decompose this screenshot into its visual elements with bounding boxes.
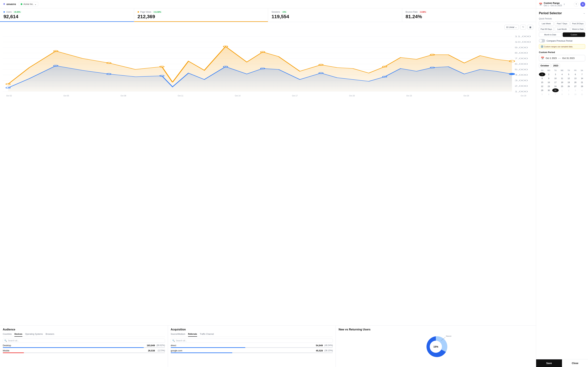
acquisition-search[interactable]: 🔍 Search all... [171,339,333,343]
calendar-day[interactable]: 28 [579,84,585,88]
calendar-day[interactable]: 11 [559,76,565,80]
calendar-day[interactable]: 2 [565,88,572,92]
svg-text:15%: 15% [433,345,438,348]
help-button[interactable]: ? [574,2,579,7]
tab-referrals[interactable]: Referrals [188,333,197,337]
compare-toggle[interactable] [539,39,545,42]
quick-btn-past-28-days[interactable]: Past 28 Days [571,21,585,26]
tab-source-medium[interactable]: Source/Medium [171,333,185,337]
tab-traffic-channel[interactable]: Traffic Channel [200,333,214,337]
calendar: October 2023 SU MO TU WE TH FR SA 123456… [539,63,585,96]
calendar-day[interactable]: 23 [545,84,552,88]
calendar-day[interactable]: 5 [565,73,572,76]
tab-devices[interactable]: Devices [14,333,22,337]
calendar-day[interactable]: 4 [579,88,585,92]
calendar-day[interactable]: 6 [545,92,552,96]
quick-btn-past-90-days[interactable]: Past 90 Days [539,27,554,31]
date-range-input[interactable]: 📅 Oct 1 2023 — Oct 31 2023 [539,55,585,61]
chevron-down-icon: ⌄ [515,26,517,28]
quick-btn-week-to-date[interactable]: Week to Date [571,27,585,31]
calendar-day[interactable]: 9 [545,76,552,80]
metric-badge-sessions: +9% [281,11,287,13]
quick-btn-custom[interactable]: Custom [563,33,585,37]
calendar-day[interactable]: 31 [552,88,559,92]
calendar-day[interactable]: 3 [552,73,559,76]
tab-browsers[interactable]: Browsers [46,333,54,337]
calendar-day[interactable]: 10 [552,76,559,80]
close-button[interactable]: Close [562,359,588,367]
acquisition-title: Acquisition [171,328,333,331]
metric-dot [3,11,5,13]
calendar-day[interactable]: 24 [552,84,559,88]
audience-tabs: Countries Devices Operating Systems Brow… [3,333,165,337]
panel-footer: Save Close [536,359,588,367]
calendar-day[interactable]: 6 [572,73,579,76]
calendar-day-headers: SU MO TU WE TH FR SA [539,69,585,72]
company-dot [21,3,22,5]
save-button[interactable]: Save [536,359,562,367]
calendar-day[interactable]: 18 [559,80,565,84]
calendar-day[interactable]: 13 [572,76,579,80]
calendar-year-selector[interactable]: 2023 [552,63,560,68]
day-header-sa: SA [579,69,585,72]
calendar-day[interactable]: 8 [539,76,545,80]
calendar-month-selector[interactable]: October [539,63,551,68]
calendar-day[interactable]: 17 [552,80,559,84]
panel-header-icons: ? A [574,2,585,7]
calendar-day[interactable]: 22 [539,84,545,88]
calendar-day[interactable]: 11 [579,92,585,96]
x-label: Oct 17 [292,95,298,97]
calendar-header: October 2023 [539,63,585,68]
calendar-day[interactable]: 1 [539,73,545,76]
calendar-day[interactable]: 30 [545,88,552,92]
calendar-day[interactable]: 8 [559,92,565,96]
svg-text:4,000: 4,000 [515,74,528,76]
audience-title: Audience [3,328,165,331]
calendar-day[interactable]: 7 [579,73,585,76]
calendar-day[interactable]: 19 [565,80,572,84]
linear-filter-button[interactable]: ⊟ Linear ⌄ [504,25,519,29]
calendar-day[interactable]: 26 [565,84,572,88]
calendar-day[interactable]: 14 [579,76,585,80]
chart-container: 11,000 10,000 9,000 8,000 7,000 6,000 5,… [3,31,533,97]
calendar-day[interactable]: 20 [572,80,579,84]
chart-toggle-button[interactable]: 〜 [520,25,526,29]
quick-periods-grid-2: Past 90 Days Last Month Week to Date [539,27,585,31]
calendar-day[interactable]: 9 [565,92,572,96]
calendar-day[interactable]: 5 [539,92,545,96]
quick-btn-past-7-days[interactable]: Past 7 Days [555,21,570,26]
calendar-day[interactable]: 29 [539,88,545,92]
quick-btn-last-month[interactable]: Last Month [555,27,570,31]
svg-text:2,000: 2,000 [515,85,528,87]
calendar-day[interactable]: 7 [552,92,559,96]
chart-bar-button[interactable]: ▦ [528,25,533,29]
pie-chart-container: 15% Returning Users [339,333,533,361]
calendar-day[interactable]: 2 [545,73,552,76]
day-header-su: SU [539,69,545,72]
calendar-day[interactable]: 15 [539,80,545,84]
calendar-day[interactable]: 4 [559,73,565,76]
calendar-day[interactable]: 16 [545,80,552,84]
tab-operating-systems[interactable]: Operating Systems [25,333,43,337]
metric-badge-users: +8.43% [13,11,21,13]
company-selector[interactable]: Acme Inc. ⌄ [19,2,38,6]
panel-header: 📅 Custom Range Oct 1 - Oct 31 2023 ⇕ ? A [536,0,588,9]
chart-svg: 11,000 10,000 9,000 8,000 7,000 6,000 5,… [3,31,533,93]
quick-btn-month-to-date[interactable]: Month to Date [539,33,562,37]
calendar-day[interactable]: 3 [572,88,579,92]
calendar-day[interactable]: 1 [559,88,565,92]
avatar[interactable]: A [580,2,585,7]
svg-text:1,000: 1,000 [515,91,528,92]
calendar-day[interactable]: 12 [565,76,572,80]
audience-search[interactable]: 🔍 Search all... [3,339,165,343]
progress-bar-google [171,352,232,353]
calendar-day[interactable]: 21 [579,80,585,84]
calendar-day[interactable]: 10 [572,92,579,96]
calendar-day[interactable]: 25 [559,84,565,88]
audience-section: Audience Countries Devices Operating Sys… [0,325,168,367]
tab-countries[interactable]: Countries [3,333,12,337]
progress-bar-direct [171,347,245,348]
quick-btn-last-week[interactable]: Last Week [539,21,554,26]
calendar-day[interactable]: 27 [572,84,579,88]
metric-underline-users [0,21,134,22]
